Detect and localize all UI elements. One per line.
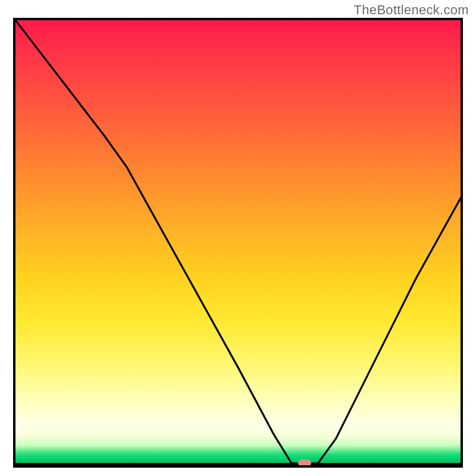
watermark-text: TheBottleneck.com [354, 2, 469, 18]
plot-area [13, 18, 463, 468]
bottleneck-curve [15, 20, 461, 464]
minimum-marker [298, 459, 311, 466]
curve-svg [15, 20, 461, 465]
frame: TheBottleneck.com [0, 0, 476, 476]
minimum-marker-pill [298, 459, 311, 466]
